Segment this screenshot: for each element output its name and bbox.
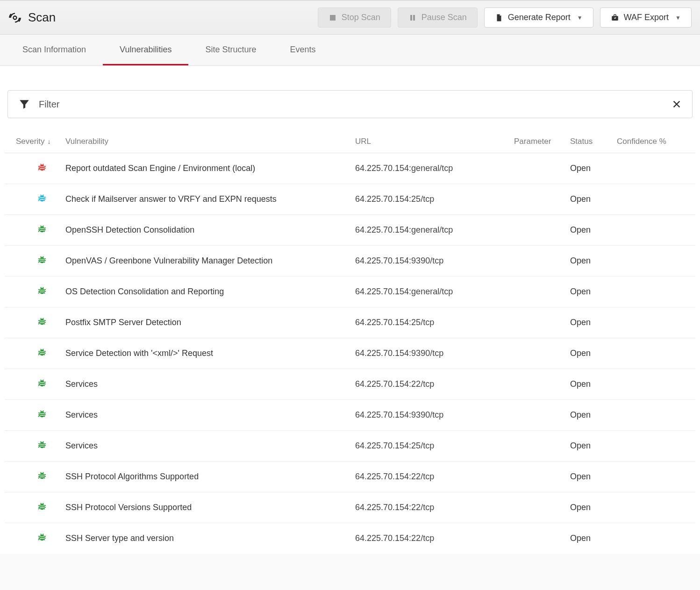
svg-point-15: [40, 319, 45, 325]
url-cell: 64.225.70.154:general/tcp: [355, 287, 514, 297]
table-row[interactable]: OpenSSH Detection Consolidation64.225.70…: [5, 214, 695, 245]
url-cell: 64.225.70.154:22/tcp: [355, 379, 514, 389]
url-cell: 64.225.70.154:22/tcp: [355, 503, 514, 512]
table-row[interactable]: SSH Protocol Algorithms Supported64.225.…: [5, 461, 695, 492]
table-row[interactable]: Services64.225.70.154:25/tcpOpen: [5, 430, 695, 461]
status-cell: Open: [570, 503, 617, 512]
url-cell: 64.225.70.154:25/tcp: [355, 318, 514, 327]
filter-bar[interactable]: Filter: [7, 90, 693, 118]
waf-export-button[interactable]: WAF Export ▼: [600, 7, 692, 28]
table-row[interactable]: Report outdated Scan Engine / Environmen…: [5, 153, 695, 184]
vulnerability-cell: OS Detection Consolidation and Reporting: [65, 287, 355, 297]
stop-icon: [329, 14, 337, 22]
url-cell: 64.225.70.154:9390/tcp: [355, 348, 514, 358]
severity-cell: [5, 470, 65, 483]
col-status[interactable]: Status: [570, 137, 617, 146]
severity-cell: [5, 255, 65, 267]
generate-report-button[interactable]: Generate Report ▼: [484, 7, 593, 28]
svg-point-9: [40, 227, 45, 233]
bug-icon: [37, 501, 47, 514]
col-vulnerability[interactable]: Vulnerability: [65, 137, 355, 146]
status-cell: Open: [570, 163, 617, 173]
svg-point-13: [40, 288, 45, 294]
vulnerability-cell: SSH Protocol Algorithms Supported: [65, 472, 355, 482]
close-icon[interactable]: [671, 99, 682, 109]
severity-cell: [5, 347, 65, 360]
svg-point-21: [40, 412, 45, 418]
vulnerability-cell: OpenSSH Detection Consolidation: [65, 225, 355, 235]
url-cell: 64.225.70.154:22/tcp: [355, 533, 514, 543]
table-row[interactable]: Service Detection with '<xml/>' Request6…: [5, 338, 695, 369]
table-row[interactable]: Services64.225.70.154:22/tcpOpen: [5, 369, 695, 399]
status-cell: Open: [570, 318, 617, 327]
svg-point-29: [40, 535, 45, 541]
severity-cell: [5, 193, 65, 206]
svg-point-27: [40, 504, 45, 510]
tab-site-structure[interactable]: Site Structure: [188, 35, 273, 65]
col-parameter[interactable]: Parameter: [514, 137, 570, 146]
bug-icon: [37, 162, 47, 175]
sort-down-icon: ↓: [47, 138, 50, 145]
severity-cell: [5, 532, 65, 545]
briefcase-icon: [611, 14, 619, 22]
bug-icon: [37, 193, 47, 206]
vulnerability-cell: Services: [65, 379, 355, 389]
vulnerability-cell: Service Detection with '<xml/>' Request: [65, 348, 355, 358]
url-cell: 64.225.70.154:general/tcp: [355, 163, 514, 173]
severity-cell: [5, 224, 65, 236]
svg-rect-1: [330, 15, 336, 21]
vulnerability-cell: Report outdated Scan Engine / Environmen…: [65, 163, 355, 173]
col-url[interactable]: URL: [355, 137, 514, 146]
vulnerability-cell: Postfix SMTP Server Detection: [65, 318, 355, 327]
tab-events[interactable]: Events: [273, 35, 333, 65]
pause-scan-label: Pause Scan: [421, 13, 467, 22]
bug-icon: [37, 316, 47, 329]
svg-point-17: [40, 350, 45, 356]
status-cell: Open: [570, 225, 617, 235]
table-row[interactable]: Check if Mailserver answer to VRFY and E…: [5, 184, 695, 214]
svg-point-11: [40, 257, 45, 263]
topbar-left: Scan: [8, 10, 56, 25]
vulnerability-cell: SSH Protocol Versions Supported: [65, 503, 355, 512]
topbar-actions: Stop Scan Pause Scan Generate Report ▼ W…: [318, 7, 692, 28]
url-cell: 64.225.70.154:9390/tcp: [355, 410, 514, 420]
url-cell: 64.225.70.154:general/tcp: [355, 225, 514, 235]
col-severity[interactable]: Severity ↓: [5, 137, 65, 146]
vulnerability-cell: Services: [65, 441, 355, 451]
page-title: Scan: [28, 10, 56, 25]
svg-point-5: [40, 165, 45, 171]
table-row[interactable]: OpenVAS / Greenbone Vulnerability Manage…: [5, 245, 695, 276]
status-cell: Open: [570, 472, 617, 482]
stop-scan-button[interactable]: Stop Scan: [318, 7, 391, 28]
topbar: Scan Stop Scan Pause Scan Generate Repor…: [0, 0, 700, 35]
radar-icon: [8, 11, 21, 24]
table-row[interactable]: SSH Server type and version64.225.70.154…: [5, 523, 695, 554]
status-cell: Open: [570, 256, 617, 266]
bug-icon: [37, 255, 47, 267]
svg-point-19: [40, 381, 45, 387]
table-body: Report outdated Scan Engine / Environmen…: [5, 153, 695, 554]
table-row[interactable]: OS Detection Consolidation and Reporting…: [5, 276, 695, 307]
tab-scan-information[interactable]: Scan Information: [6, 35, 103, 65]
table-row[interactable]: Postfix SMTP Server Detection64.225.70.1…: [5, 307, 695, 338]
vulnerability-cell: Services: [65, 410, 355, 420]
status-cell: Open: [570, 441, 617, 451]
table-row[interactable]: Services64.225.70.154:9390/tcpOpen: [5, 399, 695, 430]
pause-scan-button[interactable]: Pause Scan: [398, 7, 478, 28]
bug-icon: [37, 440, 47, 452]
table-row[interactable]: SSH Protocol Versions Supported64.225.70…: [5, 492, 695, 523]
url-cell: 64.225.70.154:22/tcp: [355, 472, 514, 482]
url-cell: 64.225.70.154:25/tcp: [355, 441, 514, 451]
severity-cell: [5, 409, 65, 421]
col-confidence[interactable]: Confidence %: [617, 137, 692, 146]
severity-cell: [5, 501, 65, 514]
severity-cell: [5, 378, 65, 391]
tab-vulnerabilities[interactable]: Vulnerabilities: [103, 35, 188, 65]
filter-label: Filter: [39, 99, 671, 110]
document-icon: [495, 14, 503, 22]
severity-cell: [5, 162, 65, 175]
stop-scan-label: Stop Scan: [342, 13, 380, 22]
url-cell: 64.225.70.154:25/tcp: [355, 194, 514, 204]
status-cell: Open: [570, 379, 617, 389]
status-cell: Open: [570, 410, 617, 420]
